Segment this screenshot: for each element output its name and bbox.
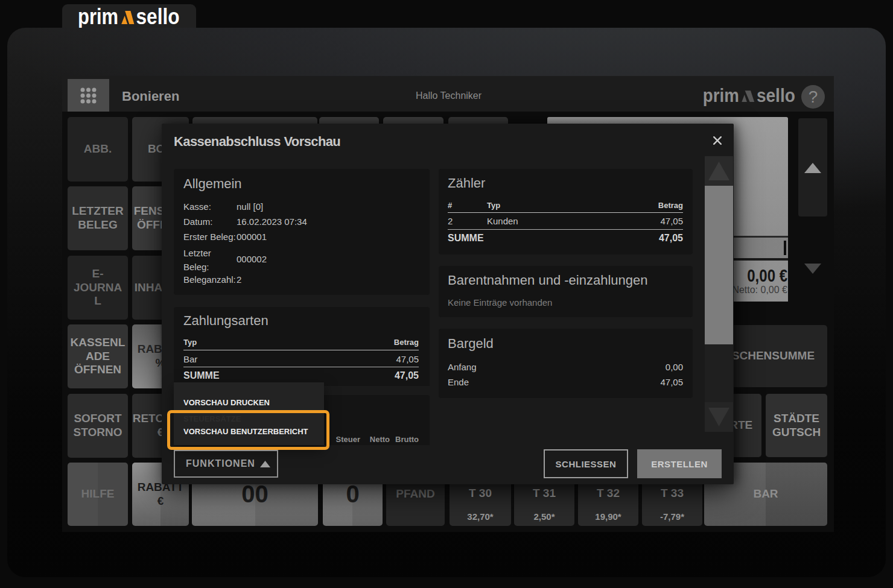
svg-text:sello: sello (757, 85, 795, 106)
svg-text:sello: sello (136, 4, 180, 28)
svg-text:prim: prim (703, 85, 739, 106)
svg-text:?: ? (809, 87, 818, 106)
svg-text:prim: prim (78, 4, 118, 28)
